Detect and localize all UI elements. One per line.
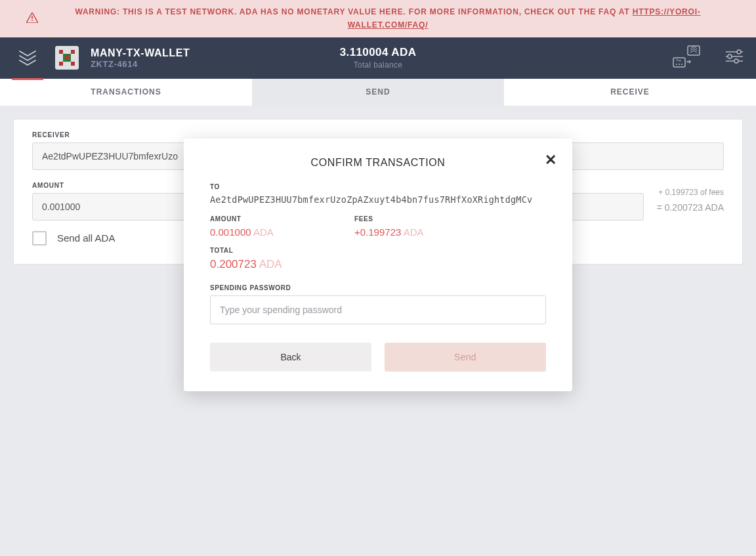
password-label: SPENDING PASSWORD: [210, 284, 546, 291]
modal-amount-value: 0.001000 ADA: [210, 226, 328, 238]
modal-amount-currency: ADA: [253, 226, 274, 238]
modal-fees-currency: ADA: [404, 226, 424, 238]
modal-title: CONFIRM TRANSACTION: [203, 157, 553, 169]
to-address: Ae2tdPwUPEZ3HUU7bmfexrUzoZpAZxuyt4b4bn7f…: [210, 194, 546, 205]
modal-total-value: 0.200723 ADA: [210, 258, 546, 271]
modal-amount-number: 0.001000: [210, 226, 251, 238]
modal-total-label: TOTAL: [210, 247, 546, 254]
send-button[interactable]: Send: [385, 343, 546, 372]
close-icon[interactable]: ✕: [545, 152, 556, 169]
modal-total-currency: ADA: [259, 258, 282, 270]
to-label: TO: [210, 183, 546, 190]
modal-fees-label: FEES: [354, 215, 472, 223]
modal-fees-number: +0.199723: [354, 226, 401, 238]
spending-password-input[interactable]: [210, 295, 546, 324]
modal-backdrop: CONFIRM TRANSACTION ✕ TO Ae2tdPwUPEZ3HUU…: [0, 0, 756, 556]
confirm-transaction-modal: CONFIRM TRANSACTION ✕ TO Ae2tdPwUPEZ3HUU…: [184, 139, 572, 391]
modal-amount-label: AMOUNT: [210, 215, 328, 223]
modal-fees-value: +0.199723 ADA: [354, 226, 472, 238]
back-button[interactable]: Back: [210, 343, 371, 372]
modal-total-number: 0.200723: [210, 258, 257, 270]
